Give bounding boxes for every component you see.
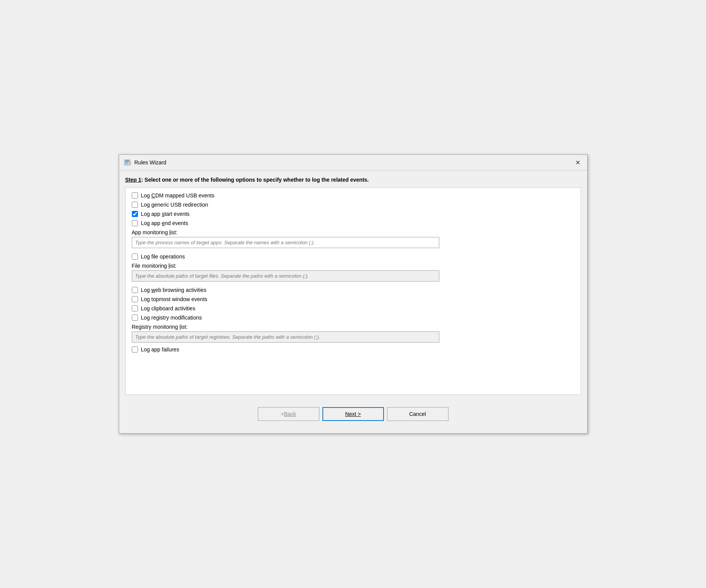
checkbox-row-registry: Log registry modifications <box>132 315 575 321</box>
dialog-body: Step 1: Select one or more of the follow… <box>119 171 587 433</box>
window-title: Rules Wizard <box>135 159 166 166</box>
cancel-button[interactable]: Cancel <box>387 407 449 421</box>
checkbox-clipboard[interactable] <box>132 305 138 311</box>
step-label: Step 1 <box>125 177 141 183</box>
checkbox-row-clipboard: Log clipboard activities <box>132 305 575 311</box>
button-area: < Back Next > Cancel <box>125 401 581 427</box>
close-button[interactable]: ✕ <box>573 158 583 167</box>
options-panel[interactable]: Log CDM mapped USB events Log generic US… <box>125 187 581 395</box>
label-topmost-window: Log topmost window events <box>141 296 208 302</box>
checkbox-row-file-ops: Log file operations <box>132 253 575 260</box>
rules-wizard-dialog: Rules Wizard ✕ Step 1: Select one or mor… <box>119 154 588 434</box>
checkbox-web-browsing[interactable] <box>132 287 138 293</box>
title-bar: Rules Wizard ✕ <box>119 155 587 171</box>
svg-rect-2 <box>125 162 128 162</box>
back-button[interactable]: < Back <box>258 407 319 421</box>
checkbox-generic-usb[interactable] <box>132 202 138 208</box>
checkbox-app-failures[interactable] <box>132 346 138 353</box>
next-label: Next > <box>345 411 361 417</box>
file-monitoring-input[interactable] <box>132 270 439 282</box>
label-generic-usb: Log generic USB redirection <box>141 202 208 208</box>
checkbox-row-generic-usb: Log generic USB redirection <box>132 202 575 208</box>
back-label: Back <box>284 411 296 417</box>
label-app-end: Log app end events <box>141 220 188 226</box>
next-button[interactable]: Next > <box>322 407 384 421</box>
checkbox-app-end[interactable] <box>132 220 138 226</box>
svg-rect-3 <box>125 162 128 163</box>
registry-monitoring-input[interactable] <box>132 331 439 343</box>
label-web-browsing: Log web browsing activities <box>141 287 206 293</box>
svg-rect-4 <box>125 163 128 164</box>
checkbox-row-web: Log web browsing activities <box>132 287 575 293</box>
checkbox-row-app-start: Log app start events <box>132 211 575 217</box>
app-monitoring-input[interactable] <box>132 237 439 248</box>
step-heading: Step 1: Select one or more of the follow… <box>125 177 581 183</box>
app-monitoring-label: App monitoring list: <box>132 229 575 235</box>
checkbox-cdm-usb[interactable] <box>132 192 138 199</box>
checkbox-app-start[interactable] <box>132 211 138 217</box>
label-clipboard: Log clipboard activities <box>141 305 196 311</box>
label-app-failures: Log app failures <box>141 346 179 353</box>
label-app-start: Log app start events <box>141 211 190 217</box>
checkbox-file-ops[interactable] <box>132 253 138 260</box>
checkbox-row-app-end: Log app end events <box>132 220 575 226</box>
title-bar-left: Rules Wizard <box>124 159 166 166</box>
cancel-label: Cancel <box>409 411 426 417</box>
label-file-ops: Log file operations <box>141 253 185 260</box>
checkbox-topmost-window[interactable] <box>132 296 138 302</box>
checkbox-row-app-failures: Log app failures <box>132 346 575 353</box>
svg-rect-1 <box>125 161 129 161</box>
wizard-icon <box>124 159 131 166</box>
step-text: : Select one or more of the following op… <box>141 177 369 183</box>
label-cdm-usb: Log CDM mapped USB events <box>141 192 214 199</box>
registry-monitoring-label: Registry monitoring list: <box>132 324 575 330</box>
label-registry: Log registry modifications <box>141 315 202 321</box>
checkbox-row-cdm: Log CDM mapped USB events <box>132 192 575 199</box>
checkbox-row-topmost: Log topmost window events <box>132 296 575 302</box>
file-monitoring-label: File monitoring list: <box>132 263 575 269</box>
checkbox-registry[interactable] <box>132 315 138 321</box>
